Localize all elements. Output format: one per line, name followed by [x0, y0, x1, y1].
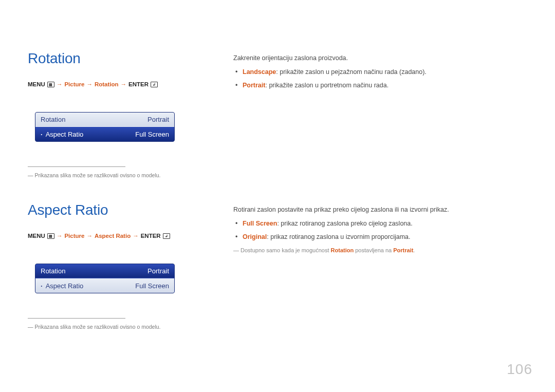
breadcrumb-rotation-item: Rotation [95, 81, 119, 87]
arrow-icon: → [86, 81, 92, 87]
note-text: . [413, 247, 415, 253]
osd-value: Portrait [147, 116, 169, 123]
osd-label: Aspect Ratio [41, 130, 83, 138]
option-full-screen: Full Screen: prikaz rotiranog zaslona pr… [233, 219, 524, 229]
footnote: Prikazana slika može se razlikovati ovis… [28, 324, 202, 330]
page-number: 106 [507, 361, 532, 378]
footnote: Prikazana slika može se razlikovati ovis… [28, 172, 202, 178]
osd-label: Rotation [41, 267, 65, 275]
enter-key-icon: ↲ [163, 233, 170, 239]
osd-value: Portrait [147, 267, 169, 275]
term-landscape: Landscape [243, 68, 276, 76]
term-full-screen: Full Screen [243, 220, 277, 227]
arrow-icon: → [121, 81, 127, 87]
option-list: Full Screen: prikaz rotiranog zaslona pr… [233, 219, 524, 242]
option-landscape: Landscape: prikažite zaslon u pejzažnom … [233, 67, 524, 77]
term-portrait: Portrait [243, 82, 265, 89]
enter-key-icon: ↲ [151, 82, 158, 87]
option-text: : prikažite zaslon u pejzažnom načinu ra… [276, 68, 427, 76]
option-original: Original: prikaz rotiranog zaslona u izv… [233, 232, 524, 242]
osd-row-aspect-ratio: Aspect Ratio Full Screen [35, 127, 174, 141]
arrow-icon: → [57, 81, 63, 87]
osd-preview-aspect-ratio: Rotation Portrait Aspect Ratio Full Scre… [35, 264, 175, 293]
osd-value: Full Screen [135, 130, 169, 138]
arrow-icon: → [86, 233, 92, 239]
heading-rotation: Rotation [28, 50, 202, 67]
availability-note: Dostupno samo kada je mogućnost Rotation… [233, 246, 524, 255]
osd-label: Aspect Ratio [41, 282, 83, 290]
menu-grid-icon: ▤ [47, 233, 54, 239]
heading-aspect-ratio: Aspect Ratio [28, 202, 202, 218]
menu-grid-icon: ▤ [47, 82, 54, 87]
osd-label: Rotation [41, 116, 65, 123]
arrow-icon: → [57, 233, 63, 239]
section-aspect-ratio: Aspect Ratio MENU ▤ → Picture → Aspect R… [28, 202, 524, 353]
osd-row-rotation: Rotation Portrait [35, 113, 174, 127]
osd-row-rotation: Rotation Portrait [35, 264, 174, 278]
term-portrait: Portrait [393, 247, 413, 253]
arrow-icon: → [133, 233, 139, 239]
osd-row-aspect-ratio: Aspect Ratio Full Screen [35, 278, 174, 293]
option-text: : prikaz rotiranog zaslona u izvornim pr… [267, 233, 410, 240]
osd-preview-rotation: Rotation Portrait Aspect Ratio Full Scre… [35, 112, 175, 142]
divider [28, 318, 125, 319]
term-rotation: Rotation [331, 247, 354, 253]
divider [28, 166, 125, 167]
breadcrumb-aspect-ratio: MENU ▤ → Picture → Aspect Ratio → ENTER … [28, 233, 202, 239]
left-column: Aspect Ratio MENU ▤ → Picture → Aspect R… [28, 202, 202, 353]
osd-value: Full Screen [135, 282, 169, 290]
note-text: postavljena na [354, 247, 393, 253]
breadcrumb-rotation: MENU ▤ → Picture → Rotation → ENTER ↲ [28, 81, 202, 87]
breadcrumb-aspect-item: Aspect Ratio [95, 233, 131, 239]
breadcrumb-enter: ENTER [128, 81, 149, 87]
intro-text: Zakrenite orijentaciju zaslona proizvoda… [233, 53, 524, 63]
option-text: : prikaz rotiranog zaslona preko cijelog… [277, 220, 412, 227]
breadcrumb-enter: ENTER [141, 233, 161, 239]
term-original: Original [243, 233, 267, 240]
breadcrumb-menu: MENU [28, 233, 45, 239]
description-rotation: Zakrenite orijentaciju zaslona proizvoda… [233, 50, 524, 202]
breadcrumb-menu: MENU [28, 81, 45, 87]
breadcrumb-picture: Picture [64, 81, 84, 87]
section-rotation: Rotation MENU ▤ → Picture → Rotation → E… [28, 50, 524, 202]
intro-text: Rotirani zaslon postavite na prikaz prek… [233, 205, 524, 215]
option-portrait: Portrait: prikažite zaslon u portretnom … [233, 81, 524, 90]
description-aspect-ratio: Rotirani zaslon postavite na prikaz prek… [233, 202, 524, 353]
breadcrumb-picture: Picture [64, 233, 84, 239]
left-column: Rotation MENU ▤ → Picture → Rotation → E… [28, 50, 202, 202]
option-list: Landscape: prikažite zaslon u pejzažnom … [233, 67, 524, 90]
note-text: Dostupno samo kada je mogućnost [240, 247, 331, 253]
page: Rotation MENU ▤ → Picture → Rotation → E… [0, 0, 555, 392]
option-text: : prikažite zaslon u portretnom načinu r… [265, 82, 388, 89]
